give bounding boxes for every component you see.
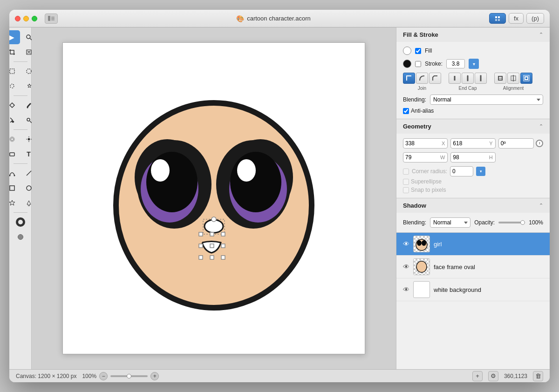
fx-button[interactable]: fx — [509, 13, 524, 24]
zoom-slider[interactable] — [110, 375, 148, 377]
geometry-header[interactable]: Geometry ⌃ — [396, 119, 550, 134]
svg-point-36 — [151, 159, 170, 182]
antialias-checkbox[interactable] — [403, 108, 409, 114]
corner-radius-row: Corner radius: ▾ — [403, 166, 543, 176]
corner-radius-dropdown[interactable]: ▾ — [476, 167, 485, 176]
blur-tool[interactable] — [9, 132, 20, 146]
corner-radius-checkbox[interactable] — [403, 169, 409, 175]
color-picker-gray[interactable] — [13, 230, 28, 244]
shadow-opacity-slider[interactable] — [498, 222, 525, 223]
w-input[interactable] — [403, 153, 439, 162]
shadow-blending-row: Blending: Normal Opacity: 100% — [403, 217, 543, 228]
add-layer-button[interactable]: + — [472, 371, 483, 381]
rect-shape-tool[interactable] — [9, 147, 20, 161]
y-field[interactable]: Y — [450, 138, 495, 149]
align-outside-button[interactable] — [520, 73, 532, 84]
endcap-square-button[interactable] — [475, 73, 487, 84]
delete-layer-button[interactable]: 🗑 — [533, 371, 543, 381]
layer-white-background[interactable]: 👁 white background — [396, 278, 550, 301]
svg-point-13 — [27, 118, 30, 121]
corner-radius-field[interactable] — [450, 166, 473, 176]
endcap-round-button[interactable] — [462, 73, 474, 84]
fill-stroke-header[interactable]: Fill & Stroke ⌃ — [396, 27, 550, 42]
stroke-dropdown-button[interactable]: ▾ — [469, 59, 479, 69]
fill-stroke-collapse-icon: ⌃ — [539, 32, 543, 38]
svg-point-41 — [237, 159, 256, 182]
join-miter-button[interactable] — [403, 73, 415, 84]
fill-checkbox[interactable] — [415, 48, 421, 54]
geometry-section: Geometry ⌃ X Y — [396, 119, 550, 198]
align-inside-button[interactable] — [494, 73, 506, 84]
canvas[interactable] — [62, 42, 365, 354]
svg-rect-47 — [221, 232, 225, 236]
canvas-area[interactable] — [32, 27, 396, 369]
svg-rect-21 — [10, 153, 14, 156]
shadow-content: Blending: Normal Opacity: 100% — [396, 213, 550, 232]
svg-point-16 — [27, 138, 30, 141]
color-picker-dark[interactable] — [9, 230, 12, 244]
rect-select-tool[interactable] — [9, 64, 20, 78]
snap-to-pixels-label: Snap to pixels — [411, 187, 446, 193]
rect-tool[interactable] — [9, 181, 20, 195]
align-center-button[interactable] — [507, 73, 519, 84]
fill-color-circle[interactable] — [403, 47, 411, 55]
layer-face-frame[interactable]: 👁 face frame oval — [396, 256, 550, 278]
zoom-out-button[interactable]: − — [99, 372, 108, 380]
layer-girl[interactable]: 👁 girl — [396, 233, 550, 256]
stroke-value-input[interactable] — [446, 59, 465, 68]
zoom-in-button[interactable]: + — [150, 372, 159, 380]
join-buttons — [403, 73, 441, 84]
svg-line-24 — [27, 171, 31, 176]
svg-rect-4 — [495, 16, 497, 18]
close-button[interactable] — [15, 16, 20, 21]
stroke-label: Stroke: — [425, 61, 443, 67]
layer-white-bg-eye-icon[interactable]: 👁 — [403, 286, 409, 293]
settings-button[interactable]: ⚙ — [488, 371, 498, 381]
corner-radius-label: Corner radius: — [412, 168, 447, 175]
stroke-color-circle[interactable] — [403, 60, 411, 68]
join-endcap-row: Join — [403, 73, 543, 91]
select-tool[interactable]: ▶ — [9, 30, 20, 44]
layer-girl-eye-icon[interactable]: 👁 — [403, 240, 409, 248]
w-field[interactable]: W — [403, 152, 448, 162]
join-round-button[interactable] — [416, 73, 428, 84]
shadow-header[interactable]: Shadow ⌃ — [396, 198, 550, 213]
h-input[interactable] — [451, 153, 488, 162]
svg-point-23 — [14, 175, 15, 176]
shadow-blending-select[interactable]: Normal — [430, 217, 470, 228]
y-input[interactable] — [451, 139, 488, 148]
donut-tool[interactable] — [13, 215, 28, 229]
main-content: ▶ — [9, 27, 550, 369]
endcap-butt-button[interactable] — [449, 73, 461, 84]
x-field[interactable]: X — [403, 138, 448, 149]
minimize-button[interactable] — [23, 16, 29, 21]
corner-radius-input[interactable] — [450, 167, 473, 176]
snap-to-pixels-checkbox[interactable] — [403, 187, 409, 193]
app-window: 🎨 cartoon character.acorn fx (p) ▶ — [9, 10, 550, 382]
blending-select[interactable]: Normal — [430, 95, 543, 105]
type-button[interactable]: (p) — [526, 13, 544, 24]
h-field[interactable]: H — [450, 152, 495, 162]
angle-field[interactable] — [498, 138, 534, 149]
x-input[interactable] — [403, 139, 441, 148]
layer-white-bg-thumb — [413, 281, 430, 298]
crop-tool[interactable] — [9, 45, 20, 59]
pen-tool[interactable] — [9, 98, 20, 112]
join-bevel-button[interactable] — [429, 73, 441, 84]
star-tool[interactable] — [9, 196, 20, 210]
paint-bucket-tool[interactable] — [9, 113, 20, 127]
svg-point-15 — [11, 138, 14, 141]
svg-rect-53 — [221, 256, 225, 259]
blending-row: Blending: Normal — [403, 95, 543, 105]
lasso-tool[interactable] — [9, 79, 20, 93]
file-icon: 🎨 — [236, 15, 244, 22]
stroke-checkbox[interactable] — [415, 61, 421, 67]
join-label: Join — [418, 86, 426, 91]
maximize-button[interactable] — [32, 16, 37, 21]
sidebar-toggle-button[interactable] — [45, 14, 58, 24]
layer-face-frame-eye-icon[interactable]: 👁 — [403, 263, 409, 270]
angle-input[interactable] — [499, 139, 533, 148]
bezier-tool[interactable] — [9, 166, 20, 180]
superellipse-checkbox[interactable] — [403, 179, 409, 185]
tools-button[interactable] — [489, 13, 506, 24]
